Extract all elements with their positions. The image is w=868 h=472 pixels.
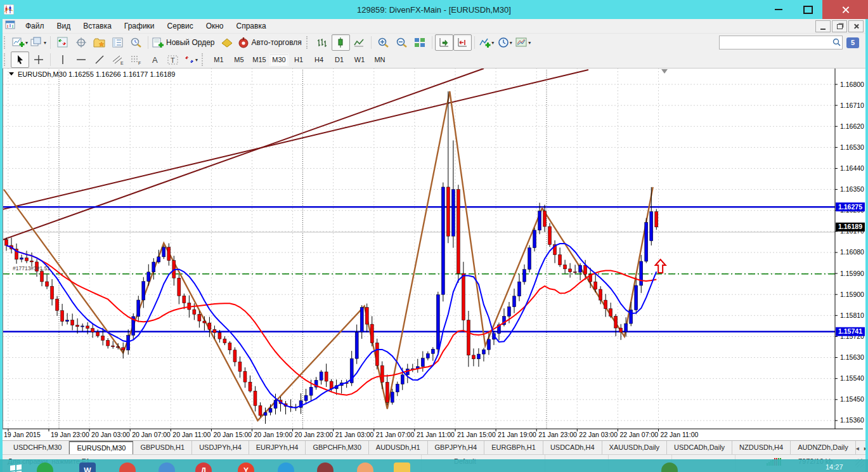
chart-tab-USDJPYh,H4[interactable]: USDJPYh,H4 bbox=[192, 441, 249, 455]
svg-text:1.16350: 1.16350 bbox=[840, 185, 864, 193]
cursor-tool-button[interactable] bbox=[11, 51, 29, 68]
chart-tab-USDCADh,H4[interactable]: USDCADh,H4 bbox=[543, 441, 602, 455]
navigator-button[interactable] bbox=[90, 34, 108, 51]
timeframe-M5[interactable]: M5 bbox=[229, 53, 249, 67]
text-label-tool-button[interactable]: T bbox=[164, 51, 182, 68]
auto-scroll-icon bbox=[438, 37, 450, 48]
toolbar-grip[interactable] bbox=[4, 53, 8, 66]
chart-shift-button[interactable] bbox=[453, 34, 472, 51]
menu-item-1[interactable]: Вид bbox=[51, 20, 77, 32]
taskbar-icon-start-button[interactable] bbox=[8, 462, 24, 472]
taskbar-icon-app-peach[interactable] bbox=[357, 462, 373, 472]
svg-text:19 Jan 2015: 19 Jan 2015 bbox=[4, 431, 41, 438]
notifications-badge[interactable]: 5 bbox=[846, 37, 859, 48]
toolbar-grip[interactable] bbox=[4, 36, 8, 49]
chart-tab-USDCADh,Daily[interactable]: USDCADh,Daily bbox=[667, 441, 732, 455]
taskbar-icon-word[interactable]: W bbox=[79, 462, 96, 472]
chart-tab-AUDUSDh,H1[interactable]: AUDUSDh,H1 bbox=[369, 441, 428, 455]
toolbar-grip[interactable] bbox=[306, 36, 311, 49]
menu-item-4[interactable]: Сервис bbox=[161, 20, 200, 32]
menu-item-0[interactable]: Файл bbox=[19, 20, 51, 32]
new-chart-button[interactable]: ▾ bbox=[11, 34, 29, 51]
timeframe-H1[interactable]: H1 bbox=[288, 53, 309, 67]
menu-item-6[interactable]: Справка bbox=[230, 20, 273, 32]
timeframe-W1[interactable]: W1 bbox=[349, 53, 370, 67]
timeframe-M1[interactable]: M1 bbox=[209, 53, 229, 67]
timeframe-H4[interactable]: H4 bbox=[309, 53, 329, 67]
data-window-icon bbox=[75, 37, 87, 48]
fibonacci-icon: F bbox=[131, 55, 142, 65]
metaeditor-button[interactable] bbox=[218, 34, 236, 51]
chart-tab-AUDNZDh,Daily[interactable]: AUDNZDh,Daily bbox=[791, 441, 855, 455]
trendline-tool-button[interactable] bbox=[90, 51, 108, 68]
chart-tab-GBPUSDh,H1[interactable]: GBPUSDh,H1 bbox=[133, 441, 192, 455]
timeframe-MN[interactable]: MN bbox=[370, 53, 390, 67]
close-button[interactable] bbox=[822, 0, 868, 19]
toolbar-grip[interactable] bbox=[202, 53, 206, 66]
text-tool-button[interactable]: A bbox=[145, 51, 164, 68]
taskbar-icon-app-maroon[interactable] bbox=[317, 462, 334, 472]
tile-windows-button[interactable] bbox=[411, 34, 429, 51]
chart-tab-NZDUSDh,H4[interactable]: NZDUSDh,H4 bbox=[732, 441, 791, 455]
order-line-label: #17713#3#1.51 bbox=[13, 265, 50, 272]
search-icon[interactable] bbox=[832, 37, 841, 49]
taskbar-icon-folder[interactable] bbox=[394, 462, 410, 472]
maximize-icon bbox=[803, 6, 813, 14]
periods-button[interactable]: ▾ bbox=[496, 34, 514, 51]
menu-item-3[interactable]: Графики bbox=[118, 20, 161, 32]
chart-tab-EURUSDh,M30[interactable]: EURUSDh,M30 bbox=[69, 441, 133, 455]
mdi-restore-button[interactable] bbox=[832, 20, 847, 32]
chart-tab-GBPJPYh,H4[interactable]: GBPJPYh,H4 bbox=[428, 441, 485, 455]
taskbar-icon-app-blue-drive[interactable] bbox=[159, 462, 175, 472]
vertical-line-tool-button[interactable] bbox=[53, 51, 72, 68]
maximize-button[interactable] bbox=[793, 0, 822, 19]
arrows-tool-button[interactable]: ▾ bbox=[182, 51, 200, 68]
timeframe-M30[interactable]: M30 bbox=[269, 53, 288, 66]
timeframe-D1[interactable]: D1 bbox=[329, 53, 349, 67]
data-window-button[interactable] bbox=[72, 34, 90, 51]
taskbar-icon-app-tray-green[interactable] bbox=[661, 462, 678, 472]
menu-item-5[interactable]: Окно bbox=[200, 20, 230, 32]
tabs-scroll-left[interactable]: ◂ bbox=[856, 445, 859, 452]
taskbar-icon-yandex-browser[interactable]: Y bbox=[238, 462, 254, 472]
chart-tab-EURGBPh,H1[interactable]: EURGBPh,H1 bbox=[484, 441, 543, 455]
mdi-close-button[interactable] bbox=[848, 20, 864, 32]
menu-item-2[interactable]: Вставка bbox=[77, 20, 118, 32]
auto-scroll-button[interactable] bbox=[435, 34, 453, 51]
timeframe-M15[interactable]: M15 bbox=[249, 53, 269, 67]
label-tool-icon: T bbox=[171, 56, 175, 64]
minimize-button[interactable] bbox=[764, 0, 793, 19]
terminal-button[interactable] bbox=[108, 34, 127, 51]
chart-canvas[interactable]: 1.168001.167101.166201.165301.164401.163… bbox=[3, 68, 865, 440]
market-watch-button[interactable] bbox=[53, 34, 72, 51]
autotrading-icon bbox=[238, 37, 250, 48]
zoom-out-button[interactable] bbox=[392, 34, 411, 51]
chart-tab-GBPCHFh,M30[interactable]: GBPCHFh,M30 bbox=[306, 441, 368, 455]
mdi-minimize-icon bbox=[820, 29, 826, 30]
search-input[interactable] bbox=[719, 36, 843, 49]
bar-chart-button[interactable] bbox=[313, 34, 332, 51]
chart-tab-XAUUSDh,Daily[interactable]: XAUUSDh,Daily bbox=[602, 441, 667, 455]
candlestick-chart-button[interactable] bbox=[332, 34, 350, 51]
channel-tool-button[interactable]: E bbox=[108, 51, 127, 68]
zoom-in-icon bbox=[377, 37, 389, 48]
templates-button[interactable]: ▾ bbox=[514, 34, 533, 51]
indicators-button[interactable]: ▾ bbox=[477, 34, 496, 51]
crosshair-tool-button[interactable] bbox=[29, 51, 48, 68]
mdi-minimize-button[interactable] bbox=[815, 20, 831, 32]
new-order-button[interactable]: Новый Ордер bbox=[151, 34, 217, 51]
taskbar-icon-app-green-store[interactable] bbox=[37, 462, 53, 472]
line-chart-button[interactable] bbox=[350, 34, 368, 51]
zoom-in-button[interactable] bbox=[374, 34, 392, 51]
dropdown-caret: ▾ bbox=[44, 40, 46, 46]
taskbar-icon-app-circle-blue[interactable] bbox=[278, 462, 294, 472]
chart-tab-USDCHFh,M30[interactable]: USDCHFh,M30 bbox=[6, 441, 69, 455]
taskbar-icon-app-red-d[interactable]: Д bbox=[195, 462, 212, 472]
autotrading-button[interactable]: Авто-торговля bbox=[236, 34, 305, 51]
strategy-tester-button[interactable] bbox=[127, 34, 145, 51]
horizontal-line-tool-button[interactable] bbox=[72, 51, 90, 68]
profiles-button[interactable]: ▾ bbox=[29, 34, 48, 51]
chart-tab-EURJPYh,H4[interactable]: EURJPYh,H4 bbox=[249, 441, 306, 455]
taskbar-icon-chrome[interactable] bbox=[119, 462, 136, 472]
fibonacci-tool-button[interactable]: F bbox=[127, 51, 145, 68]
